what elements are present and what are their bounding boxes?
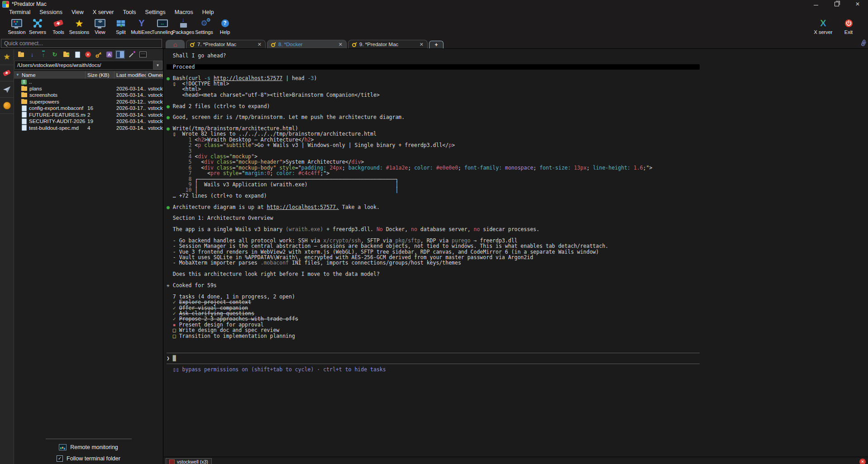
sidebar-file-panel: /Users/vstockwell/repos/wraith/docs/ ▾ ▼… (14, 49, 163, 464)
toolbar-view-button[interactable]: View (90, 17, 110, 35)
toolbar-xserver-button[interactable]: X server (813, 17, 834, 35)
new-tab-button[interactable]: + (429, 41, 444, 48)
tab-close-icon[interactable]: ✕ (339, 42, 343, 47)
terminal-screen[interactable]: Shall I go ahead? Proceed● Bash(curl -s … (163, 49, 868, 457)
file-row[interactable]: plans2026-03-14...vstockw... (14, 85, 163, 92)
file-row[interactable]: test-buildout-spec.md42026-03-14...vstoc… (14, 125, 163, 132)
file-col-size[interactable]: Size (KB) (86, 71, 114, 79)
strip-macros-tab[interactable] (0, 81, 14, 98)
file-row[interactable]: FUTURE-FEATURES.md22026-03-14...vstockw.… (14, 112, 163, 118)
terminal-row: - MobaXterm importer parses .mobaconf IN… (167, 260, 868, 265)
session-user-tab[interactable]: vstockwell (x3) (166, 458, 212, 464)
toolbar-exit-button[interactable]: Exit (838, 17, 859, 35)
view-icon (95, 17, 105, 29)
terminal-row: … +72 lines (ctrl+o to expand) (167, 193, 868, 199)
tab-8-docker[interactable]: 8. *Docker ✕ (267, 40, 347, 48)
file-rows: ↥..plans2026-03-14...vstockw...screensho… (14, 79, 163, 131)
tab-home[interactable]: ⌂ (166, 40, 185, 48)
menu-sessions[interactable]: Sessions (35, 9, 67, 15)
file-row[interactable]: superpowers2026-03-12...vstockw... (14, 99, 163, 105)
tab-7-predator-mac[interactable]: 7. *Predator Mac ✕ (186, 40, 266, 48)
menu-xserver[interactable]: X server (88, 9, 119, 15)
toolbar-tools-button[interactable]: ✚ Tools (48, 17, 69, 35)
tab-close-icon[interactable]: ✕ (258, 42, 262, 47)
toolbar-tunneling-button[interactable]: ↔ Tunneling (152, 17, 173, 35)
split-icon (116, 17, 125, 29)
file-row[interactable]: config-export.mobaconf162026-03-17...vst… (14, 105, 163, 112)
bottom-bar: vstockwell (x3) ✕ (163, 457, 868, 464)
new-file-icon[interactable] (74, 51, 81, 58)
minimize-button[interactable] (811, 0, 820, 8)
tab-bar: ⌂ 7. *Predator Mac ✕ 8. *Docker ✕ 9. *Pr… (163, 38, 444, 48)
menu-view[interactable]: View (67, 9, 88, 15)
packages-icon (180, 17, 187, 29)
file-col-name[interactable]: ▼ Name (14, 71, 86, 79)
new-folder-icon[interactable] (62, 51, 70, 58)
path-input[interactable]: /Users/vstockwell/repos/wraith/docs/ (14, 61, 153, 70)
strip-network-tab[interactable] (0, 98, 14, 114)
folder-icon (21, 86, 27, 91)
tab-close-icon[interactable]: ✕ (420, 42, 424, 47)
sessions-star-icon: ★ (3, 53, 10, 61)
toolbar-servers-button[interactable]: Servers (27, 17, 48, 35)
toolbar-packages-button[interactable]: Packages (173, 17, 194, 35)
terminal-link[interactable]: http://localhost:57577. (267, 204, 339, 210)
file-icon (22, 118, 27, 124)
remote-monitoring-item[interactable]: Remote monitoring (59, 444, 118, 450)
terminal-mini-icon (169, 459, 175, 464)
toolbar-help-button[interactable]: Help (215, 17, 235, 35)
bottom-close-button[interactable]: ✕ (859, 459, 866, 464)
file-row[interactable]: screenshots2026-03-14...vstockw... (14, 92, 163, 99)
terminal-row (167, 361, 868, 366)
split-view-icon[interactable] (116, 51, 124, 58)
permissions-key-icon[interactable] (95, 51, 102, 58)
menu-tools[interactable]: Tools (118, 9, 140, 15)
paperclip-icon[interactable] (861, 39, 867, 49)
close-button[interactable]: ✕ (853, 0, 862, 8)
remote-monitoring-icon (59, 444, 67, 450)
follow-terminal-folder-checkbox[interactable] (57, 455, 63, 462)
toolbar-split-button[interactable]: Split (110, 17, 131, 35)
restore-button[interactable] (832, 0, 841, 8)
quick-connect-input[interactable] (1, 39, 162, 48)
file-col-modified[interactable]: Last modified (114, 71, 146, 79)
key-icon (352, 42, 357, 47)
delete-icon[interactable] (85, 52, 91, 57)
toolbar-multiexec-button[interactable]: Y MultiExec (131, 17, 152, 35)
parent-dir-icon: ↥ (21, 80, 27, 85)
menu-macros[interactable]: Macros (170, 9, 198, 15)
encoding-icon[interactable] (106, 52, 112, 57)
toolbar-right-group: X server Exit (813, 17, 864, 35)
terminal-row (167, 58, 868, 64)
tab-9-predator-mac[interactable]: 9. *Predator Mac ✕ (348, 40, 428, 48)
title-bar: *Predator Mac ✕ (0, 0, 868, 8)
path-dropdown-button[interactable]: ▾ (153, 61, 162, 70)
menu-terminal[interactable]: Terminal (5, 9, 35, 15)
sidebar: ★ ✚ (0, 49, 163, 464)
file-icon (22, 112, 27, 118)
refresh-icon[interactable] (51, 51, 58, 58)
follow-terminal-folder-item[interactable]: Follow terminal folder (57, 455, 120, 462)
open-shell-icon[interactable] (139, 52, 147, 57)
strip-sessions-tab[interactable]: ★ (0, 49, 14, 65)
toolbar-session-button[interactable]: Session (6, 17, 27, 35)
menu-settings[interactable]: Settings (141, 9, 170, 15)
magic-wand-icon[interactable] (128, 51, 135, 58)
terminal-row: □ Transition to implementation planning (167, 333, 868, 339)
session-icon (11, 17, 22, 29)
download-icon[interactable] (29, 51, 36, 58)
terminal-row: 10 │ │ (167, 187, 868, 193)
terminal-row: ● Good, screen dir is /tmp/brainstorm. L… (167, 114, 868, 120)
file-row[interactable]: ↥.. (14, 79, 163, 85)
toolbar-sessions-button[interactable]: ★ Sessions (69, 17, 90, 35)
terminal-row: 2 <p class="subtitle">Go + Wails v3 | Wi… (167, 142, 868, 148)
toolbar-settings-button[interactable]: ⚙ Settings (194, 17, 215, 35)
file-row[interactable]: SECURITY-AUDIT-2026-03-1...192026-03-14.… (14, 118, 163, 125)
menu-help[interactable]: Help (198, 9, 219, 15)
file-col-owner[interactable]: Owner (146, 71, 163, 79)
go-parent-folder-icon[interactable] (17, 51, 24, 58)
terminal-row (167, 344, 868, 350)
strip-tools-tab[interactable]: ✚ (0, 65, 14, 81)
upload-icon[interactable] (40, 51, 47, 58)
terminal-row[interactable]: Proceed (167, 64, 700, 70)
